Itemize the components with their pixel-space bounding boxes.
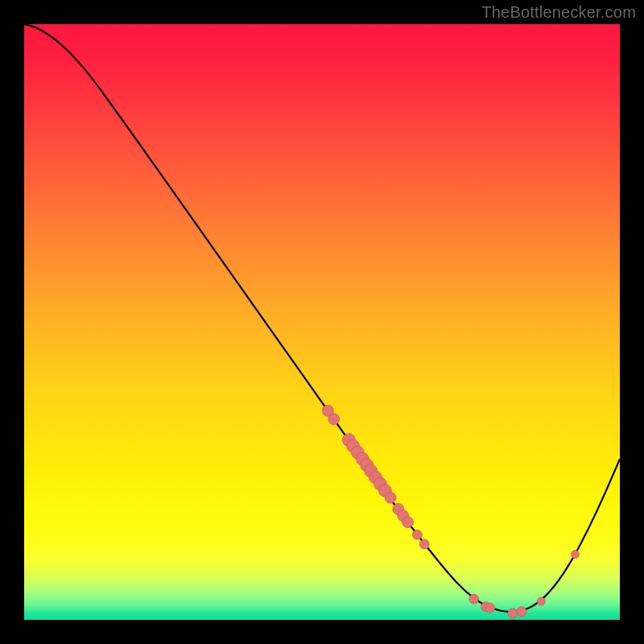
curve-marker [419, 539, 429, 549]
curve-marker [517, 607, 526, 617]
curve-marker [508, 609, 518, 618]
curve-marker [385, 492, 396, 503]
plot-frame [24, 24, 620, 620]
curve-marker [572, 551, 580, 559]
curve-marker [469, 594, 479, 604]
curve-marker [537, 597, 545, 605]
curve-marker [412, 530, 422, 539]
curve-marker [328, 414, 340, 425]
curve-marker [485, 603, 495, 613]
gradient-background [24, 24, 620, 620]
watermark-label: TheBottlenecker.com [481, 3, 636, 22]
bottleneck-chart [24, 24, 620, 620]
curve-marker [402, 517, 414, 528]
chart-stage: TheBottlenecker.com [0, 0, 644, 644]
